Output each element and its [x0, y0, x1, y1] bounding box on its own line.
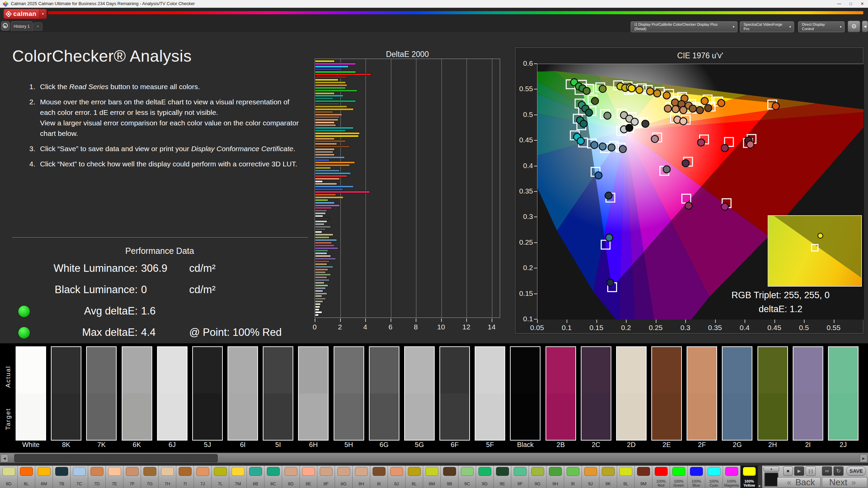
comparator-swatch[interactable]	[192, 346, 223, 441]
patch-chip-6d[interactable]: 6D	[0, 466, 18, 488]
comparator-swatch[interactable]	[828, 346, 859, 441]
refresh-button[interactable]: ↻	[833, 466, 844, 476]
patch-chip-100-yellow[interactable]: 100%Yellow	[741, 466, 758, 488]
patch-chip-9f[interactable]: 9F	[511, 466, 529, 488]
patch-chip-7d[interactable]: 7D	[88, 466, 106, 488]
patch-chip-9i[interactable]: 9I	[564, 466, 582, 488]
patch-chip-8h[interactable]: 8H	[353, 466, 370, 488]
next-button[interactable]: Next»	[822, 477, 867, 488]
patch-chip-100-red[interactable]: 100%Red	[652, 466, 670, 488]
patch-chip-100-magenta[interactable]: 100%Magenta	[723, 466, 741, 488]
play-button[interactable]: ▶	[794, 466, 804, 476]
comparator-swatch[interactable]	[16, 346, 46, 441]
patch-chip-8l[interactable]: 8L	[406, 466, 423, 488]
patch-chip-7i[interactable]: 7I	[176, 466, 194, 488]
stop-button[interactable]: ■	[783, 466, 793, 476]
meter-dropdown[interactable]: i1 Display Pro/Calibrite ColorChecker Di…	[631, 21, 737, 32]
patch-chip-7b[interactable]: 7B	[53, 466, 71, 488]
comparator-swatch[interactable]	[722, 346, 752, 441]
chip-color	[426, 467, 438, 476]
patch-chip-8e[interactable]: 8E	[300, 466, 317, 488]
patch-chip-9e[interactable]: 9E	[494, 466, 511, 488]
patch-chip-9d[interactable]: 9D	[476, 466, 494, 488]
minimize-icon[interactable]: —	[833, 0, 845, 7]
comparator-swatch[interactable]	[228, 346, 258, 441]
patch-chip-100-blue[interactable]: 100%Blue	[688, 466, 705, 488]
comparator-swatch[interactable]	[651, 346, 682, 441]
comparator-swatch[interactable]	[263, 346, 293, 441]
patch-chip-6l[interactable]: 6L	[18, 466, 35, 488]
comparator-swatch[interactable]	[581, 346, 611, 441]
comparator-swatch[interactable]	[404, 346, 435, 441]
comparator-swatch[interactable]	[298, 346, 329, 441]
patch-chip-7c[interactable]: 7C	[71, 466, 88, 488]
patch-chip-8b[interactable]: 8B	[247, 466, 264, 488]
maximize-icon[interactable]: □	[845, 0, 856, 7]
instruction-list: 1.Click the Read Series button to measur…	[24, 81, 312, 174]
chip-scrollbar[interactable]: ▶	[758, 466, 762, 488]
comparator-swatch[interactable]	[51, 346, 81, 441]
patch-chip-9k[interactable]: 9K	[599, 466, 617, 488]
collapse-panel-button[interactable]: ◀	[862, 21, 868, 32]
chevron-down-icon: ▼	[788, 25, 792, 29]
patch-chip-7f[interactable]: 7F	[123, 466, 141, 488]
comparator-swatch[interactable]	[122, 346, 152, 441]
patch-chip-8g[interactable]: 8G	[335, 466, 353, 488]
patch-chip-8m[interactable]: 8M	[423, 466, 441, 488]
patch-chip-7e[interactable]: 7E	[106, 466, 123, 488]
patch-chip-7j[interactable]: 7J	[194, 466, 212, 488]
patch-chip-9g[interactable]: 9G	[529, 466, 547, 488]
comparator-swatch[interactable]	[157, 346, 188, 441]
performance-row: Max deltaE:4.4@ Point: 100% Red	[12, 322, 311, 344]
patch-chip-9h[interactable]: 9H	[547, 466, 564, 488]
patch-chip-9l[interactable]: 9L	[617, 466, 635, 488]
display-control-dropdown[interactable]: Direct Display Control ▼	[798, 21, 845, 32]
comparator-swatch[interactable]	[510, 346, 540, 441]
read-series-button[interactable]: [·]	[806, 466, 816, 476]
comparator-swatch[interactable]	[86, 346, 117, 441]
source-dropdown[interactable]: SpectraCal VideoForge Pro ▼	[740, 21, 794, 32]
patch-chip-100-green[interactable]: 100%Green	[670, 466, 688, 488]
comparator-swatch[interactable]	[439, 346, 470, 441]
scroll-left-icon[interactable]: ◀	[1, 454, 8, 462]
patch-chip-9m[interactable]: 9M	[635, 466, 652, 488]
patch-chip-8c[interactable]: 8C	[264, 466, 282, 488]
expand-up-button[interactable]: ▲	[764, 466, 779, 472]
scrollbar-thumb[interactable]	[14, 454, 218, 462]
save-button[interactable]: SAVE	[846, 466, 866, 476]
comparator-swatch[interactable]	[757, 346, 788, 441]
comparator-swatch[interactable]	[334, 346, 364, 441]
loop-button[interactable]: ∞	[822, 466, 832, 476]
comparator-swatch[interactable]	[546, 346, 576, 441]
back-button[interactable]: «Back	[777, 477, 821, 488]
measured-point	[608, 144, 615, 151]
patch-chip-8d[interactable]: 8D	[282, 466, 300, 488]
horizontal-scrollbar[interactable]: ◀ ▶	[0, 453, 868, 463]
patch-chip-9j[interactable]: 9J	[582, 466, 599, 488]
comparator-swatch[interactable]	[616, 346, 647, 441]
comparator-swatch[interactable]	[369, 346, 399, 441]
comparator-swatch[interactable]	[793, 346, 823, 441]
scroll-right-icon[interactable]: ▶	[860, 454, 867, 462]
measured-point	[619, 145, 626, 152]
add-tab-button[interactable]: +	[33, 22, 42, 30]
patch-chip-7g[interactable]: 7G	[141, 466, 159, 488]
patch-chip-100-cyan[interactable]: 100%Cyan	[705, 466, 723, 488]
settings-button[interactable]: ⚙	[848, 21, 860, 32]
patch-chip-8j[interactable]: 8J	[388, 466, 406, 488]
patch-chip-9b[interactable]: 9B	[441, 466, 458, 488]
patch-chip-9c[interactable]: 9C	[458, 466, 476, 488]
patch-chip-7l[interactable]: 7L	[212, 466, 229, 488]
comparator-swatch[interactable]	[475, 346, 505, 441]
close-icon[interactable]: ✕	[856, 0, 868, 7]
patch-chip-8i[interactable]: 8I	[370, 466, 388, 488]
patch-chip-8f[interactable]: 8F	[317, 466, 335, 488]
snapshot-button[interactable]: ▶	[1, 21, 10, 30]
tab-history-1[interactable]: History 1	[11, 21, 33, 31]
chip-label: 9K	[599, 481, 617, 486]
comparator-swatch[interactable]	[687, 346, 717, 441]
patch-chip-6m[interactable]: 6M	[35, 466, 53, 488]
patch-chip-7m[interactable]: 7M	[229, 466, 247, 488]
calman-menu-button[interactable]: calman ▼	[3, 9, 47, 19]
patch-chip-7h[interactable]: 7H	[159, 466, 176, 488]
